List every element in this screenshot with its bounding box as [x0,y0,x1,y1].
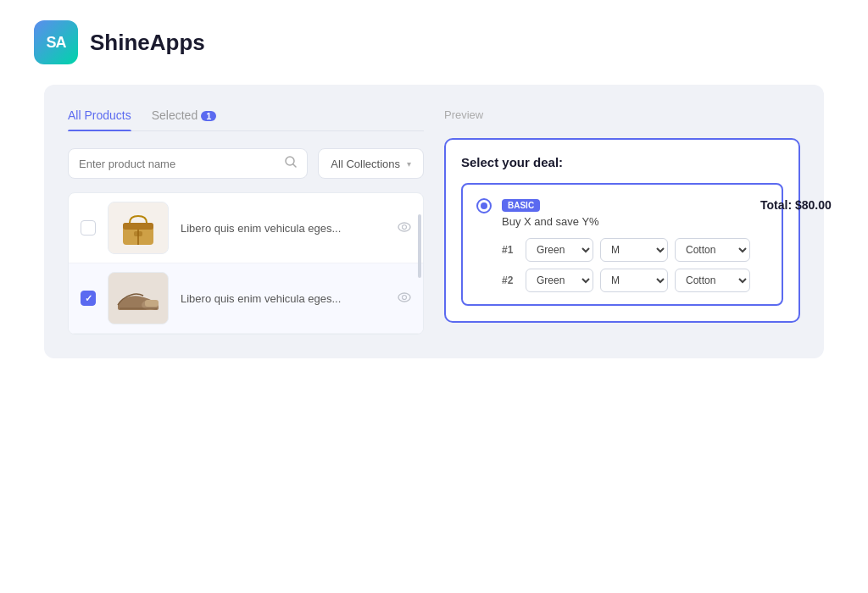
svg-point-10 [398,293,410,302]
chevron-down-icon: ▾ [407,159,411,169]
product-image-1 [108,202,169,254]
deal-info: BASIC Buy X and save Y% #1 Green Red Blu… [502,197,750,292]
variant-num-2: #2 [502,274,519,286]
search-icon [285,156,297,171]
app-logo: SA [34,20,78,64]
svg-point-7 [403,225,407,230]
scrollbar[interactable] [418,214,421,278]
svg-line-1 [293,164,296,167]
deal-header: Select your deal: [461,155,783,169]
tab-selected[interactable]: Selected1 [152,108,217,130]
product-checkbox-2[interactable] [81,291,96,306]
filter-row: All Collections ▾ [68,148,424,179]
variant-material-1[interactable]: Cotton Wool Polyester [675,238,750,262]
variant-color-2[interactable]: Green Red Blue [526,269,593,292]
collections-dropdown[interactable]: All Collections ▾ [318,148,424,179]
eye-icon-2[interactable] [398,291,411,305]
tab-all-products[interactable]: All Products [68,108,131,130]
list-item[interactable]: Libero quis enim vehicula eges... [69,193,423,263]
panel: All Products Selected1 [44,85,824,358]
product-checkbox-1[interactable] [81,220,96,236]
svg-rect-5 [134,231,142,236]
tabs-bar: All Products Selected1 [68,108,424,131]
deal-name: Buy X and save Y% [502,215,750,228]
variant-size-2[interactable]: M S L XL [600,269,668,292]
header: SA ShineApps [0,0,868,85]
deal-badge: BASIC [502,199,540,212]
bag-icon [116,208,160,248]
search-box[interactable] [68,148,308,179]
eye-icon-1[interactable] [398,221,411,235]
deal-option[interactable]: BASIC Buy X and save Y% #1 Green Red Blu… [461,183,783,306]
right-panel: Preview Select your deal: BASIC Buy X an… [444,108,800,335]
variant-row: #1 Green Red Blue M S L [502,238,750,262]
selected-badge: 1 [201,111,216,121]
svg-point-11 [403,296,407,300]
search-input[interactable] [79,158,278,170]
svg-point-6 [398,223,410,231]
product-image-2 [108,272,169,324]
variant-material-2[interactable]: Cotton Wool Polyester [675,269,750,292]
svg-rect-9 [145,300,159,307]
list-item[interactable]: Libero quis enim vehicula eges... [69,263,423,334]
deal-variants: #1 Green Red Blue M S L [502,238,750,292]
left-panel: All Products Selected1 [68,108,424,335]
product-list: Libero quis enim vehicula eges... [68,192,424,335]
deal-radio[interactable] [476,198,492,213]
main-content: All Products Selected1 [0,85,868,358]
variant-color-1[interactable]: Green Red Blue [526,238,593,262]
preview-label: Preview [444,108,800,121]
shoe-icon [113,281,164,315]
product-name-2: Libero quis enim vehicula eges... [181,292,386,305]
deal-total: Total: $80.00 [760,198,832,212]
deal-box: Select your deal: BASIC Buy X and save Y… [444,138,800,323]
variant-num-1: #1 [502,244,519,256]
svg-rect-3 [123,223,153,230]
app-name: ShineApps [90,30,205,56]
product-name-1: Libero quis enim vehicula eges... [181,222,386,235]
variant-size-1[interactable]: M S L XL [600,238,668,262]
variant-row: #2 Green Red Blue M S L [502,269,750,292]
